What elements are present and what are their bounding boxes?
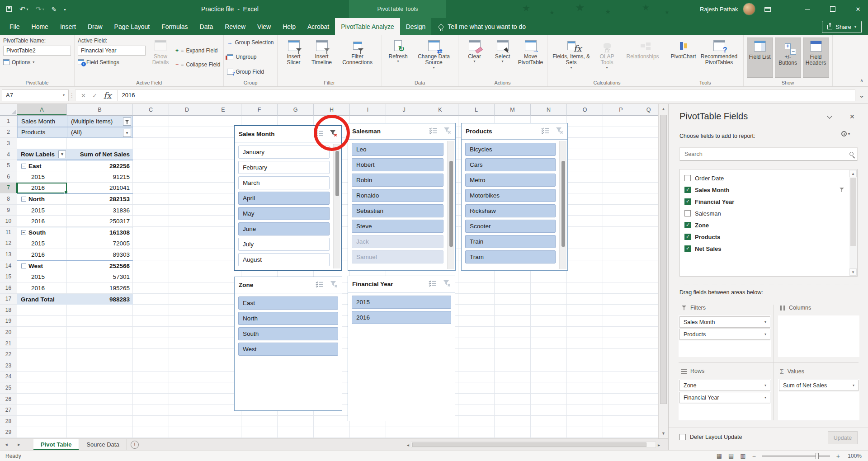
column-header[interactable]: G <box>278 104 314 116</box>
pivot-cell-b[interactable]: 31836 <box>67 205 133 216</box>
grid-cell[interactable] <box>567 171 603 183</box>
area-field-chip[interactable]: Zone <box>679 380 770 391</box>
expand-formula-bar-icon[interactable] <box>855 91 868 99</box>
grid-cell[interactable] <box>603 127 639 138</box>
grid-cell[interactable] <box>495 360 531 372</box>
grid-cell[interactable] <box>458 416 495 427</box>
grid-cell[interactable] <box>639 205 658 216</box>
grid-cell[interactable] <box>169 416 205 427</box>
multi-select-icon[interactable] <box>315 130 323 138</box>
slicer-item[interactable]: Steve <box>352 220 443 233</box>
slicer-item[interactable]: February <box>238 161 330 174</box>
grid-cell[interactable] <box>169 238 205 249</box>
slicer-scrollbar[interactable] <box>447 141 454 269</box>
active-field-input[interactable]: Financial Year <box>78 46 146 56</box>
group-field-button[interactable]: Group Field <box>227 67 274 76</box>
name-box[interactable]: A7 <box>2 89 69 101</box>
grid-cell[interactable] <box>567 338 603 349</box>
grid-cell[interactable] <box>67 405 133 416</box>
pivot-cell-a[interactable]: West <box>17 261 67 272</box>
grid-cell[interactable] <box>639 305 658 316</box>
grid-cell[interactable] <box>495 427 531 438</box>
grid-cell[interactable] <box>133 227 169 238</box>
grid-cell[interactable] <box>567 260 603 272</box>
customize-qat-button[interactable] <box>64 7 66 12</box>
grid-cell[interactable] <box>458 405 495 416</box>
multi-select-icon[interactable] <box>429 280 437 288</box>
grid-cell[interactable] <box>133 138 169 149</box>
ribbon-tab[interactable]: Data <box>194 18 219 35</box>
grid-cell[interactable] <box>422 427 458 438</box>
grid-cell[interactable] <box>17 382 67 394</box>
share-button[interactable]: Share ▾ <box>822 21 862 33</box>
chevron-down-icon[interactable]: ▾ <box>26 7 28 11</box>
slicer-item[interactable]: January <box>238 146 330 159</box>
grid-cell[interactable] <box>17 316 67 327</box>
pivot-cell-a[interactable]: 2015 <box>17 238 67 249</box>
grid-cell[interactable] <box>169 171 205 183</box>
columns-drop-area[interactable] <box>778 315 859 357</box>
grid-cell[interactable] <box>169 427 205 438</box>
grid-cell[interactable] <box>531 394 567 405</box>
grid-cell[interactable] <box>639 183 658 194</box>
column-header[interactable]: Q <box>639 104 658 116</box>
area-field-chip[interactable]: Sum of Net Sales <box>779 380 859 391</box>
move-pivottable-button[interactable]: Move PivotTable <box>518 38 544 77</box>
slicer-zone[interactable]: Zone EastNorthSouthWest <box>234 277 342 411</box>
slicer-item[interactable]: April <box>238 192 330 205</box>
grid-cell[interactable] <box>639 216 658 227</box>
grid-cell[interactable] <box>169 193 205 205</box>
grid-cell[interactable] <box>639 171 658 183</box>
grid-cell[interactable] <box>495 416 531 427</box>
column-header[interactable]: D <box>169 104 205 116</box>
grid-cell[interactable] <box>603 171 639 183</box>
grid-cell[interactable] <box>169 316 205 327</box>
column-header[interactable]: P <box>603 104 639 116</box>
grid-cell[interactable] <box>495 349 531 360</box>
grid-cell[interactable] <box>603 260 639 272</box>
grid-cell[interactable] <box>169 360 205 372</box>
grid-cell[interactable] <box>603 405 639 416</box>
zoom-in-icon[interactable] <box>836 452 840 460</box>
grid-cell[interactable] <box>567 205 603 216</box>
slicer-financial-year[interactable]: Financial Year 20152016 <box>348 276 455 421</box>
grid-cell[interactable] <box>67 360 133 372</box>
field-row[interactable]: Products <box>684 231 857 243</box>
grid-cell[interactable] <box>17 372 67 383</box>
grid-cell[interactable] <box>67 394 133 405</box>
grid-cell[interactable] <box>133 216 169 227</box>
slicer-item[interactable]: Robert <box>352 158 443 171</box>
grid-cell[interactable] <box>531 316 567 327</box>
zoom-slider-thumb[interactable] <box>816 453 819 459</box>
column-header[interactable]: J <box>386 104 422 116</box>
grid-cell[interactable] <box>531 360 567 372</box>
grid-cell[interactable] <box>495 405 531 416</box>
grid-cell[interactable] <box>17 394 67 405</box>
grid-cell[interactable] <box>603 183 639 194</box>
scroll-up-icon[interactable] <box>659 105 668 113</box>
grid-cell[interactable] <box>639 405 658 416</box>
grid-cell[interactable] <box>567 160 603 171</box>
grid-cell[interactable] <box>567 416 603 427</box>
row-header[interactable]: 17 <box>0 294 17 305</box>
tell-me-box[interactable]: Tell me what you want to do <box>439 18 526 35</box>
grid-cell[interactable] <box>639 238 658 249</box>
collapse-group-icon[interactable] <box>21 263 26 268</box>
grid-cell[interactable] <box>241 427 278 438</box>
field-settings-button[interactable]: Field Settings <box>78 57 146 67</box>
refresh-button[interactable]: Refresh <box>385 38 411 77</box>
grid-cell[interactable] <box>495 294 531 305</box>
vertical-scrollbar[interactable] <box>658 104 668 438</box>
fields-items-sets-button[interactable]: Fields, Items, & Sets <box>551 38 592 77</box>
pivot-cell-b[interactable]: 250317 <box>67 216 133 227</box>
grid-cell[interactable] <box>567 238 603 249</box>
grid-cell[interactable] <box>133 127 169 138</box>
slicer-item[interactable]: July <box>238 238 330 251</box>
grid-cell[interactable] <box>169 338 205 349</box>
grid-cell[interactable] <box>495 338 531 349</box>
grid-cell[interactable] <box>458 338 495 349</box>
pivot-cell-b[interactable]: (Multiple Items) <box>67 116 133 127</box>
scrollbar-thumb[interactable] <box>335 151 339 196</box>
ribbon-tab[interactable]: Design <box>400 18 432 35</box>
grid-cell[interactable] <box>17 416 67 427</box>
